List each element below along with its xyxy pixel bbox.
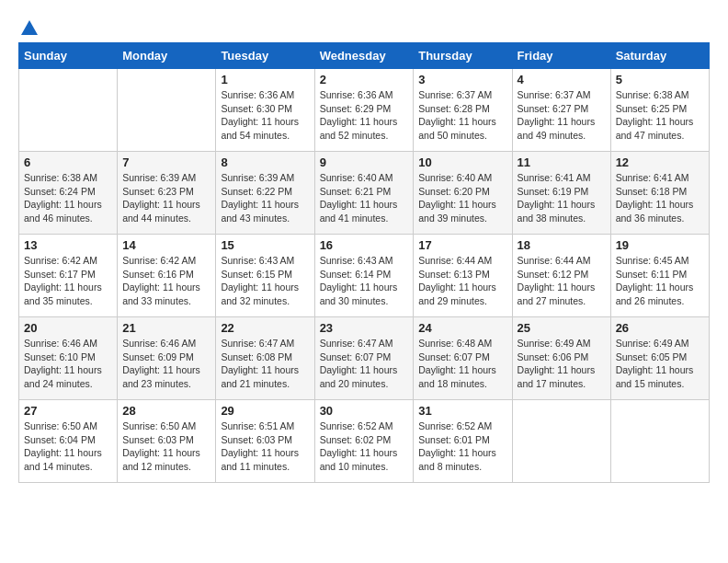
day-cell: 17Sunrise: 6:44 AM Sunset: 6:13 PM Dayli… xyxy=(414,235,512,317)
day-info: Sunrise: 6:38 AM Sunset: 6:24 PM Dayligh… xyxy=(24,171,112,225)
column-header-monday: Monday xyxy=(118,43,216,69)
day-cell xyxy=(610,400,709,483)
day-cell: 13Sunrise: 6:42 AM Sunset: 6:17 PM Dayli… xyxy=(19,235,118,317)
day-cell: 8Sunrise: 6:39 AM Sunset: 6:22 PM Daylig… xyxy=(216,152,314,235)
day-number: 8 xyxy=(221,155,309,169)
day-number: 11 xyxy=(518,155,606,169)
day-cell: 19Sunrise: 6:45 AM Sunset: 6:11 PM Dayli… xyxy=(610,235,709,317)
logo xyxy=(18,18,40,33)
day-number: 7 xyxy=(122,155,210,169)
day-cell: 20Sunrise: 6:46 AM Sunset: 6:10 PM Dayli… xyxy=(19,317,118,400)
day-cell: 16Sunrise: 6:43 AM Sunset: 6:14 PM Dayli… xyxy=(314,235,414,317)
day-info: Sunrise: 6:37 AM Sunset: 6:27 PM Dayligh… xyxy=(518,88,606,143)
day-cell: 26Sunrise: 6:49 AM Sunset: 6:05 PM Dayli… xyxy=(610,317,709,400)
day-cell: 7Sunrise: 6:39 AM Sunset: 6:23 PM Daylig… xyxy=(118,152,216,235)
day-number: 31 xyxy=(418,404,506,418)
day-info: Sunrise: 6:36 AM Sunset: 6:29 PM Dayligh… xyxy=(320,88,409,143)
day-number: 30 xyxy=(320,404,409,418)
day-number: 25 xyxy=(518,321,606,335)
day-cell: 9Sunrise: 6:40 AM Sunset: 6:21 PM Daylig… xyxy=(314,152,414,235)
day-cell: 22Sunrise: 6:47 AM Sunset: 6:08 PM Dayli… xyxy=(216,317,314,400)
day-number: 21 xyxy=(122,321,210,335)
day-cell: 12Sunrise: 6:41 AM Sunset: 6:18 PM Dayli… xyxy=(610,152,709,235)
day-cell: 3Sunrise: 6:37 AM Sunset: 6:28 PM Daylig… xyxy=(414,69,512,152)
day-info: Sunrise: 6:43 AM Sunset: 6:15 PM Dayligh… xyxy=(221,254,309,308)
day-info: Sunrise: 6:42 AM Sunset: 6:17 PM Dayligh… xyxy=(24,254,112,308)
column-header-friday: Friday xyxy=(512,43,610,69)
logo-icon xyxy=(19,18,40,39)
day-info: Sunrise: 6:39 AM Sunset: 6:23 PM Dayligh… xyxy=(122,171,210,225)
day-cell: 24Sunrise: 6:48 AM Sunset: 6:07 PM Dayli… xyxy=(414,317,512,400)
day-number: 2 xyxy=(320,73,409,86)
day-cell: 1Sunrise: 6:36 AM Sunset: 6:30 PM Daylig… xyxy=(216,69,314,152)
day-cell xyxy=(512,400,610,483)
day-cell: 15Sunrise: 6:43 AM Sunset: 6:15 PM Dayli… xyxy=(216,235,314,317)
calendar-table: SundayMondayTuesdayWednesdayThursdayFrid… xyxy=(18,42,710,483)
day-number: 17 xyxy=(418,238,506,252)
day-number: 9 xyxy=(320,155,409,169)
day-info: Sunrise: 6:49 AM Sunset: 6:06 PM Dayligh… xyxy=(518,337,606,391)
day-number: 18 xyxy=(518,238,606,252)
column-header-thursday: Thursday xyxy=(414,43,512,69)
day-info: Sunrise: 6:43 AM Sunset: 6:14 PM Dayligh… xyxy=(320,254,409,308)
day-cell: 10Sunrise: 6:40 AM Sunset: 6:20 PM Dayli… xyxy=(414,152,512,235)
day-cell: 21Sunrise: 6:46 AM Sunset: 6:09 PM Dayli… xyxy=(118,317,216,400)
day-info: Sunrise: 6:46 AM Sunset: 6:10 PM Dayligh… xyxy=(24,337,112,391)
svg-marker-0 xyxy=(21,20,38,35)
day-cell: 31Sunrise: 6:52 AM Sunset: 6:01 PM Dayli… xyxy=(414,400,512,483)
column-header-wednesday: Wednesday xyxy=(314,43,414,69)
day-cell: 23Sunrise: 6:47 AM Sunset: 6:07 PM Dayli… xyxy=(314,317,414,400)
day-cell: 18Sunrise: 6:44 AM Sunset: 6:12 PM Dayli… xyxy=(512,235,610,317)
day-info: Sunrise: 6:44 AM Sunset: 6:13 PM Dayligh… xyxy=(418,254,506,308)
week-row-5: 27Sunrise: 6:50 AM Sunset: 6:04 PM Dayli… xyxy=(19,400,710,483)
day-cell: 11Sunrise: 6:41 AM Sunset: 6:19 PM Dayli… xyxy=(512,152,610,235)
day-info: Sunrise: 6:47 AM Sunset: 6:07 PM Dayligh… xyxy=(320,337,409,391)
day-info: Sunrise: 6:49 AM Sunset: 6:05 PM Dayligh… xyxy=(616,337,704,391)
day-info: Sunrise: 6:44 AM Sunset: 6:12 PM Dayligh… xyxy=(518,254,606,308)
week-row-2: 6Sunrise: 6:38 AM Sunset: 6:24 PM Daylig… xyxy=(19,152,710,235)
day-number: 23 xyxy=(320,321,409,335)
day-info: Sunrise: 6:46 AM Sunset: 6:09 PM Dayligh… xyxy=(122,337,210,391)
week-row-4: 20Sunrise: 6:46 AM Sunset: 6:10 PM Dayli… xyxy=(19,317,710,400)
day-number: 27 xyxy=(24,404,112,418)
day-cell xyxy=(19,69,118,152)
day-cell: 2Sunrise: 6:36 AM Sunset: 6:29 PM Daylig… xyxy=(314,69,414,152)
column-header-saturday: Saturday xyxy=(610,43,709,69)
day-cell: 30Sunrise: 6:52 AM Sunset: 6:02 PM Dayli… xyxy=(314,400,414,483)
day-info: Sunrise: 6:48 AM Sunset: 6:07 PM Dayligh… xyxy=(418,337,506,391)
day-number: 3 xyxy=(418,73,506,86)
day-info: Sunrise: 6:40 AM Sunset: 6:21 PM Dayligh… xyxy=(320,171,409,225)
day-info: Sunrise: 6:51 AM Sunset: 6:03 PM Dayligh… xyxy=(221,419,309,474)
day-info: Sunrise: 6:50 AM Sunset: 6:04 PM Dayligh… xyxy=(24,419,112,474)
day-number: 6 xyxy=(24,155,112,169)
day-info: Sunrise: 6:36 AM Sunset: 6:30 PM Dayligh… xyxy=(221,88,309,143)
day-cell: 6Sunrise: 6:38 AM Sunset: 6:24 PM Daylig… xyxy=(19,152,118,235)
day-info: Sunrise: 6:52 AM Sunset: 6:01 PM Dayligh… xyxy=(418,419,506,474)
day-number: 28 xyxy=(122,404,210,418)
day-info: Sunrise: 6:41 AM Sunset: 6:19 PM Dayligh… xyxy=(518,171,606,225)
day-cell: 5Sunrise: 6:38 AM Sunset: 6:25 PM Daylig… xyxy=(610,69,709,152)
day-number: 12 xyxy=(616,155,704,169)
day-number: 19 xyxy=(616,238,704,252)
day-info: Sunrise: 6:38 AM Sunset: 6:25 PM Dayligh… xyxy=(616,88,704,143)
day-number: 10 xyxy=(418,155,506,169)
day-number: 20 xyxy=(24,321,112,335)
week-row-3: 13Sunrise: 6:42 AM Sunset: 6:17 PM Dayli… xyxy=(19,235,710,317)
day-info: Sunrise: 6:41 AM Sunset: 6:18 PM Dayligh… xyxy=(616,171,704,225)
day-info: Sunrise: 6:39 AM Sunset: 6:22 PM Dayligh… xyxy=(221,171,309,225)
day-number: 15 xyxy=(221,238,309,252)
week-row-1: 1Sunrise: 6:36 AM Sunset: 6:30 PM Daylig… xyxy=(19,69,710,152)
day-number: 26 xyxy=(616,321,704,335)
day-cell: 14Sunrise: 6:42 AM Sunset: 6:16 PM Dayli… xyxy=(118,235,216,317)
day-number: 1 xyxy=(221,73,309,86)
day-info: Sunrise: 6:47 AM Sunset: 6:08 PM Dayligh… xyxy=(221,337,309,391)
day-number: 4 xyxy=(518,73,606,86)
page-header xyxy=(18,18,710,33)
calendar-header-row: SundayMondayTuesdayWednesdayThursdayFrid… xyxy=(19,43,710,69)
day-cell: 25Sunrise: 6:49 AM Sunset: 6:06 PM Dayli… xyxy=(512,317,610,400)
day-info: Sunrise: 6:42 AM Sunset: 6:16 PM Dayligh… xyxy=(122,254,210,308)
day-cell: 4Sunrise: 6:37 AM Sunset: 6:27 PM Daylig… xyxy=(512,69,610,152)
day-number: 5 xyxy=(616,73,704,86)
day-number: 24 xyxy=(418,321,506,335)
day-number: 14 xyxy=(122,238,210,252)
